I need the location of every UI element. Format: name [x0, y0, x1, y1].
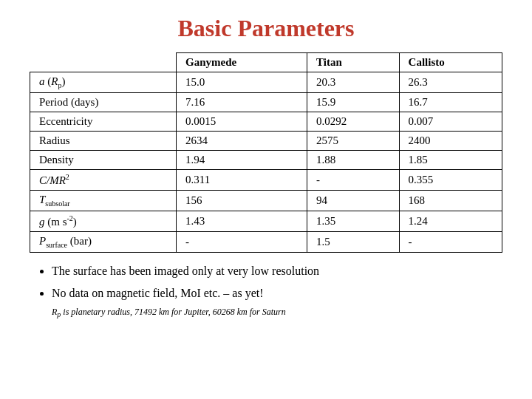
- row-label-period: Period (days): [30, 93, 177, 112]
- cell-callisto-period: 16.7: [399, 93, 502, 112]
- cell-titan-a: 20.3: [307, 72, 400, 93]
- table-row: g (m s-2) 1.43 1.35 1.24: [30, 211, 502, 232]
- cell-ganymede-eccentricity: 0.0015: [177, 112, 307, 132]
- page: Basic Parameters Ganymede Titan Callisto…: [0, 0, 532, 327]
- cell-ganymede-gravity: 1.43: [177, 211, 307, 232]
- table-row: Tsubsolar 156 94 168: [30, 191, 502, 211]
- row-label-cmr2: C/MR2: [30, 170, 177, 191]
- row-label-eccentricity: Eccentricity: [30, 112, 177, 132]
- cell-callisto-psurface: -: [399, 232, 502, 253]
- cell-titan-density: 1.88: [307, 151, 400, 170]
- col-header-empty: [30, 53, 177, 72]
- cell-titan-cmr2: -: [307, 170, 400, 191]
- footnote: Rp is planetary radius, 71492 km for Jup…: [30, 307, 502, 318]
- cell-ganymede-tsubsolar: 156: [177, 191, 307, 211]
- page-title: Basic Parameters: [30, 15, 502, 42]
- cell-callisto-density: 1.85: [399, 151, 502, 170]
- cell-callisto-radius: 2400: [399, 132, 502, 151]
- row-label-radius: Radius: [30, 132, 177, 151]
- cell-titan-eccentricity: 0.0292: [307, 112, 400, 132]
- bullet-list: The surface has been imaged only at very…: [30, 262, 502, 302]
- row-label-gravity: g (m s-2): [30, 211, 177, 232]
- cell-titan-tsubsolar: 94: [307, 191, 400, 211]
- footnote-text: is planetary radius, 71492 km for Jupite…: [63, 307, 285, 317]
- cell-titan-gravity: 1.35: [307, 211, 400, 232]
- table-row: a (Rp) 15.0 20.3 26.3: [30, 72, 502, 93]
- table-row: Period (days) 7.16 15.9 16.7: [30, 93, 502, 112]
- cell-ganymede-period: 7.16: [177, 93, 307, 112]
- cell-callisto-tsubsolar: 168: [399, 191, 502, 211]
- cell-ganymede-a: 15.0: [177, 72, 307, 93]
- parameters-table: Ganymede Titan Callisto a (Rp) 15.0 20.3…: [30, 52, 502, 253]
- row-label-psurface: Psurface (bar): [30, 232, 177, 253]
- cell-ganymede-psurface: -: [177, 232, 307, 253]
- cell-ganymede-cmr2: 0.311: [177, 170, 307, 191]
- cell-callisto-a: 26.3: [399, 72, 502, 93]
- cell-callisto-eccentricity: 0.007: [399, 112, 502, 132]
- bullet-item-1: The surface has been imaged only at very…: [52, 262, 502, 281]
- table-row: Eccentricity 0.0015 0.0292 0.007: [30, 112, 502, 132]
- cell-callisto-gravity: 1.24: [399, 211, 502, 232]
- table-row: C/MR2 0.311 - 0.355: [30, 170, 502, 191]
- table-row: Density 1.94 1.88 1.85: [30, 151, 502, 170]
- cell-ganymede-radius: 2634: [177, 132, 307, 151]
- row-label-density: Density: [30, 151, 177, 170]
- cell-titan-psurface: 1.5: [307, 232, 400, 253]
- cell-titan-radius: 2575: [307, 132, 400, 151]
- cell-titan-period: 15.9: [307, 93, 400, 112]
- col-header-titan: Titan: [307, 53, 400, 72]
- row-label-tsubsolar: Tsubsolar: [30, 191, 177, 211]
- col-header-ganymede: Ganymede: [177, 53, 307, 72]
- table-header-row: Ganymede Titan Callisto: [30, 53, 502, 72]
- bullet-item-2: No data on magnetic field, MoI etc. – as…: [52, 284, 502, 303]
- table-row: Psurface (bar) - 1.5 -: [30, 232, 502, 253]
- row-label-a: a (Rp): [30, 72, 177, 93]
- cell-callisto-cmr2: 0.355: [399, 170, 502, 191]
- table-row: Radius 2634 2575 2400: [30, 132, 502, 151]
- col-header-callisto: Callisto: [399, 53, 502, 72]
- cell-ganymede-density: 1.94: [177, 151, 307, 170]
